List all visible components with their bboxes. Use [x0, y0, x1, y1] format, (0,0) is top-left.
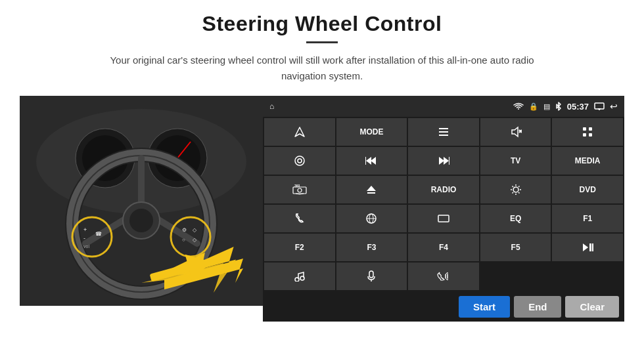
svg-marker-50: [439, 157, 444, 165]
svg-marker-51: [444, 157, 449, 165]
svg-rect-31: [595, 103, 604, 109]
wifi-icon: [513, 102, 524, 110]
status-right: 🔒 ▤ 05:37 ↩: [513, 101, 618, 112]
screen-icon: [594, 102, 605, 110]
f2-button[interactable]: F2: [264, 234, 335, 261]
svg-text:⚙: ⚙: [182, 227, 187, 233]
next-button[interactable]: [408, 147, 479, 175]
svg-marker-71: [583, 243, 588, 251]
clear-button[interactable]: Clear: [565, 296, 619, 318]
rectangle-button[interactable]: [408, 205, 479, 232]
svg-rect-72: [589, 243, 591, 251]
control-panel: ⌂ 🔒 ▤ 05:37: [263, 96, 624, 322]
svg-line-66: [512, 192, 513, 194]
end-button[interactable]: End: [514, 296, 561, 318]
svg-text:☎: ☎: [95, 231, 102, 237]
cam360-button[interactable]: 360: [264, 176, 335, 203]
content-row: + - ☎ vol ⚙ ◇ ○ ◇: [20, 96, 624, 322]
lock-icon: 🔒: [529, 102, 538, 111]
sim-icon: ▤: [543, 102, 550, 111]
svg-rect-70: [438, 215, 449, 222]
svg-rect-76: [369, 271, 373, 278]
brightness-button[interactable]: [480, 176, 551, 203]
svg-rect-43: [583, 133, 586, 136]
svg-marker-48: [366, 157, 371, 165]
f3-button[interactable]: F3: [336, 234, 407, 261]
prev-button[interactable]: [336, 147, 407, 175]
svg-rect-73: [592, 243, 593, 251]
svg-rect-57: [367, 192, 375, 194]
svg-marker-47: [371, 157, 376, 165]
page-container: Steering Wheel Control Your original car…: [0, 0, 644, 357]
svg-line-63: [512, 186, 513, 188]
action-bar: Start End Clear: [263, 291, 624, 322]
svg-text:vol: vol: [83, 244, 89, 249]
svg-text:-: -: [83, 235, 85, 242]
settings-button[interactable]: [264, 147, 335, 175]
svg-marker-34: [295, 127, 304, 136]
radio-button[interactable]: RADIO: [408, 176, 479, 203]
svg-text:○: ○: [182, 237, 185, 243]
music-button[interactable]: [264, 262, 335, 290]
svg-text:◇: ◇: [193, 237, 197, 243]
phone-button[interactable]: [264, 205, 335, 232]
svg-marker-38: [512, 127, 518, 136]
svg-point-54: [298, 188, 302, 192]
f1-button[interactable]: F1: [552, 205, 623, 232]
status-bar: ⌂ 🔒 ▤ 05:37: [263, 96, 624, 117]
svg-point-45: [295, 156, 304, 165]
svg-point-58: [513, 187, 518, 192]
play-pause-button[interactable]: [552, 234, 623, 261]
bluetooth-icon: [555, 102, 562, 111]
button-grid: MODE: [263, 117, 624, 291]
eq-button[interactable]: EQ: [480, 205, 551, 232]
f4-button[interactable]: F4: [408, 234, 479, 261]
svg-line-64: [518, 192, 520, 194]
svg-rect-42: [589, 127, 592, 131]
apps-button[interactable]: [552, 118, 623, 146]
svg-text:360: 360: [294, 184, 300, 188]
svg-line-65: [518, 186, 520, 188]
steering-wheel-image: + - ☎ vol ⚙ ◇ ○ ◇: [20, 96, 263, 306]
svg-rect-44: [589, 133, 592, 136]
page-subtitle: Your original car's steering wheel contr…: [92, 52, 552, 84]
tv-button[interactable]: TV: [480, 147, 551, 175]
list-button[interactable]: [408, 118, 479, 146]
svg-point-74: [295, 278, 299, 282]
svg-point-75: [300, 276, 304, 280]
dvd-button[interactable]: DVD: [552, 176, 623, 203]
call-button[interactable]: [408, 262, 479, 290]
eject-button[interactable]: [336, 176, 407, 203]
f5-button[interactable]: F5: [480, 234, 551, 261]
nav-button[interactable]: [264, 118, 335, 146]
svg-point-46: [298, 159, 302, 163]
back-icon[interactable]: ↩: [610, 101, 618, 112]
svg-point-14: [129, 209, 153, 232]
svg-text:+: +: [83, 226, 87, 233]
status-time: 05:37: [567, 102, 589, 112]
media-button[interactable]: MEDIA: [552, 147, 623, 175]
status-left: ⌂: [269, 102, 274, 111]
page-title: Steering Wheel Control: [202, 12, 442, 36]
svg-marker-56: [367, 186, 376, 191]
svg-text:◇: ◇: [193, 227, 197, 233]
home-icon[interactable]: ⌂: [269, 102, 274, 111]
globe-button[interactable]: [336, 205, 407, 232]
svg-rect-41: [583, 127, 586, 131]
mute-button[interactable]: [480, 118, 551, 146]
mode-button[interactable]: MODE: [336, 118, 407, 146]
mic-button[interactable]: [336, 262, 407, 290]
start-button[interactable]: Start: [459, 296, 510, 318]
title-divider: [306, 41, 338, 43]
